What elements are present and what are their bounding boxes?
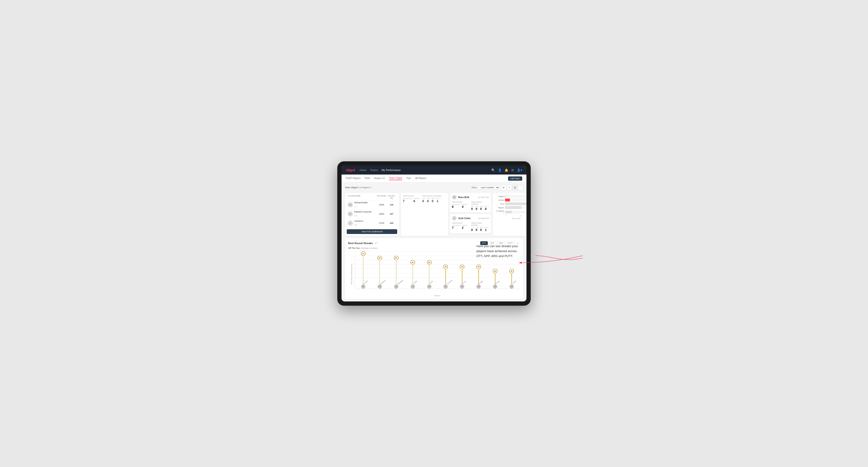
bell-icon[interactable]: 🔔 [504, 168, 508, 172]
player-badge-3: ⬡ 3 [354, 224, 357, 226]
practice-val: 6 [413, 199, 420, 203]
profile-icon[interactable]: 👤▾ [517, 168, 522, 172]
list-view-btn[interactable]: ≡ [507, 185, 512, 190]
round-date-1: 02 Sep 2023 [478, 196, 489, 198]
subnav-hcaps[interactable]: Hcaps 1-5 [374, 177, 385, 180]
player-avatar-bottom: RB [427, 284, 431, 289]
streak-bubble: 6x [377, 256, 382, 260]
r1-app: 0 [476, 207, 479, 211]
app-label: APP [427, 198, 430, 199]
player-avatar-bottom: BM [378, 284, 382, 289]
main-content: Team Clippd | 14 Players ✏ Show Last 3 m… [342, 183, 526, 302]
player-name-2: Edward Crossman [354, 211, 376, 213]
player-row-2[interactable]: EC Edward Crossman ⬡ 2 18/20 107 [347, 210, 397, 219]
view-buttons: ⊞ ≡ ▤ ⋮ [501, 185, 523, 190]
player-row[interactable]: RB Richard Butler ⬡ 1 19/20 110 [347, 200, 397, 210]
nav-teams[interactable]: Teams [370, 168, 378, 172]
player-badge-2: ⬡ 2 [354, 215, 357, 217]
subnav-pga[interactable]: PGA [365, 177, 370, 180]
bar-label: D. Bogeys + [495, 210, 504, 214]
tablet-frame: clippd Home Teams My Performance 🔍 👤 🔔 ⚙… [337, 161, 531, 306]
streak-arrow-icon: ← [374, 241, 379, 246]
nav-links: Home Teams My Performance [360, 168, 487, 172]
ott-val: 0 [422, 199, 426, 203]
time-filter-select[interactable]: Last 3 months [478, 185, 500, 190]
r1-putt: 0 [485, 207, 489, 211]
subnav-tour[interactable]: Tour [406, 177, 411, 180]
arg-label: ARG [432, 198, 435, 199]
player-score-2: 18/20 [376, 213, 387, 215]
nav-icons: 🔍 👤 🔔 ⚙ 👤▾ [491, 168, 522, 172]
player-badge-1: ⬡ 1 [354, 206, 357, 208]
rounds1-practice: 4 [462, 205, 467, 209]
bar-row-d.-bogeys-+: D. Bogeys + 131 [495, 210, 526, 214]
subnav-pgat[interactable]: PGAT Players [346, 177, 361, 180]
player-score-1: 19/20 [376, 204, 387, 206]
sub-nav: PGAT Players PGA Hcaps 1-5 Team Clippd T… [342, 175, 526, 183]
detail-view-btn[interactable]: ⋮ [518, 185, 523, 190]
player-streak-col: 4xE. CrossmanEC [437, 251, 454, 289]
subnav-team-clippd[interactable]: Team Clippd [389, 177, 402, 180]
leaderboard-panel: PLAYER NAME PB SCORE PB AVG SQ RB Richar… [345, 193, 399, 236]
view-leaderboard-button[interactable]: View Full Leaderboard [347, 229, 397, 234]
app-val: 0 [427, 199, 430, 203]
top-round-card: Total Rounds Tournament 7 Practice 6 [401, 193, 448, 236]
round-stats-1: Total Rounds Tournament8 Practice4 Total… [452, 201, 489, 211]
bar-row-bogeys: Bogeys 311 [495, 206, 526, 209]
r2-app: 0 [476, 228, 479, 231]
axis-label: 0 [505, 215, 506, 217]
top-nav: clippd Home Teams My Performance 🔍 👤 🔔 ⚙… [342, 165, 526, 175]
table-headers: PLAYER NAME PB SCORE PB AVG SQ [347, 195, 397, 200]
axis-label: 200 [519, 215, 522, 217]
player-row-3[interactable]: C Cameron... ⬡ 3 17/20 103 [347, 219, 397, 228]
player-avatar-bottom: EC [443, 284, 448, 289]
bar-fill [505, 198, 510, 201]
y-axis-label: Best Streak, Fairway Accuracy [348, 251, 355, 297]
player-streak-col: 4xD. FordDF [454, 251, 470, 289]
search-icon[interactable]: 🔍 [491, 168, 495, 172]
bar-label: Eagles [495, 195, 504, 197]
player-avatar-bottom: EE [361, 284, 365, 289]
bar-fill [505, 206, 521, 209]
round-header-1: RB Rees Britt 02 Sep 2023 [452, 195, 489, 199]
streak-vertical-line [379, 258, 380, 284]
player-info-3: Cameron... ⬡ 3 [354, 220, 376, 226]
round-header-2: JC Josh Coles 26 Aug 2023 [452, 216, 489, 220]
nav-home[interactable]: Home [360, 168, 366, 172]
rounds-panel: RB Rees Britt 02 Sep 2023 Total Rounds T… [450, 193, 491, 236]
bar-label: Bogeys [495, 207, 504, 209]
player-streak-col: 5xJ. ColesJC [404, 251, 421, 289]
streak-vertical-line [396, 258, 397, 284]
grid-view-btn[interactable]: ⊞ [501, 185, 506, 190]
total-practice-label: Total Practice Activities [422, 195, 441, 197]
people-icon[interactable]: 👤 [498, 168, 502, 172]
subnav-all-players[interactable]: All Players [415, 177, 426, 180]
player-name-3: Cameron... [354, 220, 376, 222]
nav-my-performance[interactable]: My Performance [382, 168, 401, 172]
streak-bubble: 4x [460, 264, 464, 269]
player-name-label: E. Ewert [363, 280, 368, 285]
player-streak-col: 6xD. BillinghamDB [388, 251, 404, 289]
top-row: PLAYER NAME PB SCORE PB AVG SQ RB Richar… [345, 193, 523, 236]
streak-bubble: 5x [427, 260, 432, 264]
player-avatar-bottom: RB [493, 284, 497, 289]
team-title: Team Clippd | 14 Players ✏ [345, 186, 372, 189]
player-avg-3: 103 [387, 222, 396, 224]
card-view-btn[interactable]: ▤ [512, 185, 518, 190]
player-name-label: M. Miller [478, 280, 483, 285]
add-team-button[interactable]: Add Team [508, 177, 522, 181]
practice-label: Practice [413, 198, 420, 199]
rounds2-practice: 2 [462, 226, 467, 229]
rounds2-tournament: 7 [452, 226, 460, 229]
tournament-label: Tournament [403, 198, 412, 199]
player-avatar-3: C [348, 220, 353, 226]
streak-bubble: 3x [509, 269, 514, 273]
annotation-text: Here you can see streaks your players ha… [476, 244, 524, 258]
grid-line [355, 277, 520, 278]
bar-track [505, 211, 526, 214]
settings-icon[interactable]: ⚙ [511, 168, 514, 172]
bar-track [505, 195, 526, 198]
show-label: Show [471, 186, 477, 189]
annotation: Here you can see streaks your players ha… [476, 244, 524, 258]
r2-putt: 1 [485, 228, 489, 231]
